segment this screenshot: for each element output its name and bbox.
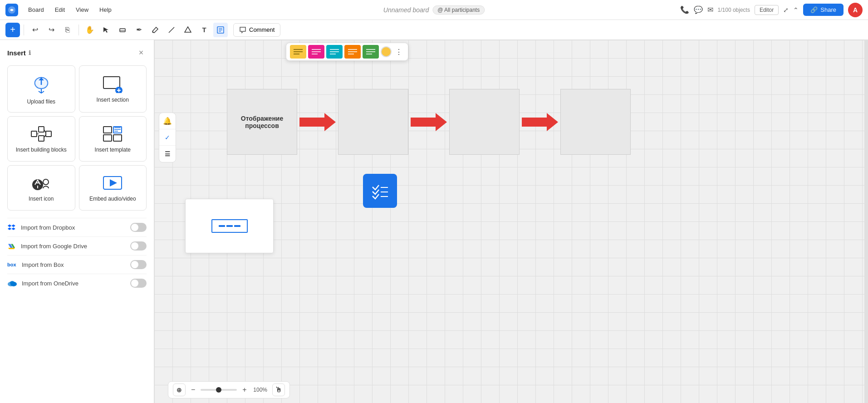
onedrive-toggle[interactable] xyxy=(130,279,147,288)
checklist-widget[interactable] xyxy=(363,174,397,208)
svg-rect-41 xyxy=(103,135,112,141)
canvas[interactable]: 🔔 ✓ ☰ Отображение процессов xyxy=(154,40,868,403)
info-icon: ℹ xyxy=(29,49,31,56)
menu-help[interactable]: Help xyxy=(97,5,114,15)
menu-board[interactable]: Board xyxy=(25,5,47,15)
format-pink[interactable] xyxy=(308,45,324,59)
import-gdrive: Import from Google Drive xyxy=(7,236,147,255)
expand-icon[interactable]: ⤢ xyxy=(783,6,789,14)
top-bar-right: 📞 💬 ✉ 1/100 objects Editor ⤢ ⌃ 🔗 Share А xyxy=(680,3,863,17)
bell-icon[interactable]: 🔔 xyxy=(159,113,176,129)
zoom-out-button[interactable]: − xyxy=(189,385,197,395)
select-tool[interactable] xyxy=(99,23,113,37)
thumbnail-preview xyxy=(185,199,274,253)
dropbox-toggle[interactable] xyxy=(130,223,147,232)
insert-template[interactable]: Insert template xyxy=(79,116,147,162)
zoom-slider-thumb xyxy=(216,387,221,393)
color-picker[interactable] xyxy=(381,46,392,57)
shape-tool[interactable] xyxy=(181,23,195,37)
insert-icon[interactable]: Insert icon xyxy=(7,165,75,211)
panel-header: Insert ℹ × xyxy=(7,47,147,58)
onedrive-label: Import from OneDrive xyxy=(22,280,78,287)
process-box-3[interactable] xyxy=(449,89,520,155)
insert-section[interactable]: Insert section xyxy=(79,65,147,113)
more-options[interactable]: ⋮ xyxy=(393,46,404,57)
brush-tool[interactable] xyxy=(148,23,162,37)
process-flow: Отображение процессов xyxy=(227,89,631,155)
close-button[interactable]: × xyxy=(136,47,147,58)
main-area: Insert ℹ × Upload files xyxy=(0,40,868,403)
line-tool[interactable] xyxy=(164,23,179,37)
svg-rect-42 xyxy=(113,135,122,141)
add-button[interactable]: + xyxy=(5,23,20,37)
thumbnail-lines xyxy=(219,225,240,227)
box-label: Import from Box xyxy=(22,261,64,268)
text-tool[interactable]: T xyxy=(197,23,211,37)
participants-badge[interactable]: @ All participants xyxy=(432,5,485,15)
svg-marker-4 xyxy=(185,27,191,32)
right-scrollbar xyxy=(864,40,868,403)
menu-bar: Board Edit View Help xyxy=(25,5,114,15)
zoom-in-button[interactable]: + xyxy=(240,385,248,395)
zoom-slider[interactable] xyxy=(201,389,237,391)
dropbox-icon xyxy=(7,223,16,232)
gdrive-label: Import from Google Drive xyxy=(21,243,87,250)
thumbnail-line-3 xyxy=(234,225,240,227)
pen-tool[interactable]: ✒ xyxy=(132,23,146,37)
hand-tool[interactable]: ✋ xyxy=(83,23,97,37)
menu-view[interactable]: View xyxy=(73,5,91,15)
toolbar-sep-2 xyxy=(78,25,79,35)
message-icon[interactable]: ✉ xyxy=(707,5,713,14)
process-box-1[interactable]: Отображение процессов xyxy=(227,89,297,155)
list-icon[interactable]: ☰ xyxy=(159,146,176,162)
format-button[interactable]: ⎘ xyxy=(60,23,75,37)
sticky-tool[interactable] xyxy=(213,23,228,37)
undo-button[interactable]: ↩ xyxy=(28,23,42,37)
editor-badge: Editor xyxy=(755,5,779,15)
zoom-percent: 100% xyxy=(252,387,269,393)
import-onedrive: Import from OneDrive xyxy=(7,274,147,292)
notif-panel: 🔔 ✓ ☰ xyxy=(159,113,176,162)
svg-point-49 xyxy=(43,179,49,185)
process-box-2[interactable] xyxy=(338,89,408,155)
phone-icon[interactable]: 📞 xyxy=(680,5,689,14)
share-link-icon: 🔗 xyxy=(810,6,818,13)
app-logo xyxy=(5,4,18,16)
process-box-4[interactable] xyxy=(560,89,631,155)
embed-label: Embed audio/video xyxy=(89,196,136,202)
insert-upload[interactable]: Upload files xyxy=(7,65,75,113)
icon-label: Insert icon xyxy=(29,196,54,202)
avatar[interactable]: А xyxy=(848,3,863,17)
svg-rect-33 xyxy=(39,127,44,132)
collapse-icon[interactable]: ⌃ xyxy=(793,6,799,14)
insert-embed[interactable]: Embed audio/video xyxy=(79,165,147,211)
format-green[interactable] xyxy=(363,45,379,59)
box-toggle[interactable] xyxy=(130,260,147,269)
zoom-controls: ⊕ − + 100% 🖱 xyxy=(168,381,290,398)
dropbox-label: Import from Dropbox xyxy=(21,224,75,231)
svg-rect-35 xyxy=(39,136,44,141)
compass-icon[interactable]: ⊕ xyxy=(173,383,186,396)
eraser-tool[interactable] xyxy=(115,23,130,37)
format-teal[interactable] xyxy=(326,45,343,59)
share-button[interactable]: 🔗 Share xyxy=(803,4,843,16)
arrow-3 xyxy=(520,108,560,136)
gdrive-toggle[interactable] xyxy=(130,241,147,251)
thumbnail-line-2 xyxy=(226,225,233,227)
svg-marker-56 xyxy=(299,113,336,131)
board-title: Unnamed board xyxy=(383,6,429,14)
check-icon[interactable]: ✓ xyxy=(159,129,176,146)
svg-rect-39 xyxy=(103,127,112,133)
chat-icon[interactable]: 💬 xyxy=(694,5,703,14)
comment-button[interactable]: Comment xyxy=(233,23,280,37)
menu-edit[interactable]: Edit xyxy=(52,5,68,15)
onedrive-icon xyxy=(7,280,17,287)
gdrive-icon xyxy=(7,241,16,251)
mouse-wheel-icon[interactable]: 🖱 xyxy=(272,383,285,396)
format-orange[interactable] xyxy=(344,45,361,59)
title-area: Unnamed board @ All participants xyxy=(383,5,485,15)
insert-blocks[interactable]: Insert building blocks xyxy=(7,116,75,162)
format-yellow[interactable] xyxy=(290,45,306,59)
redo-button[interactable]: ↪ xyxy=(44,23,59,37)
insert-panel: Insert ℹ × Upload files xyxy=(0,40,154,403)
